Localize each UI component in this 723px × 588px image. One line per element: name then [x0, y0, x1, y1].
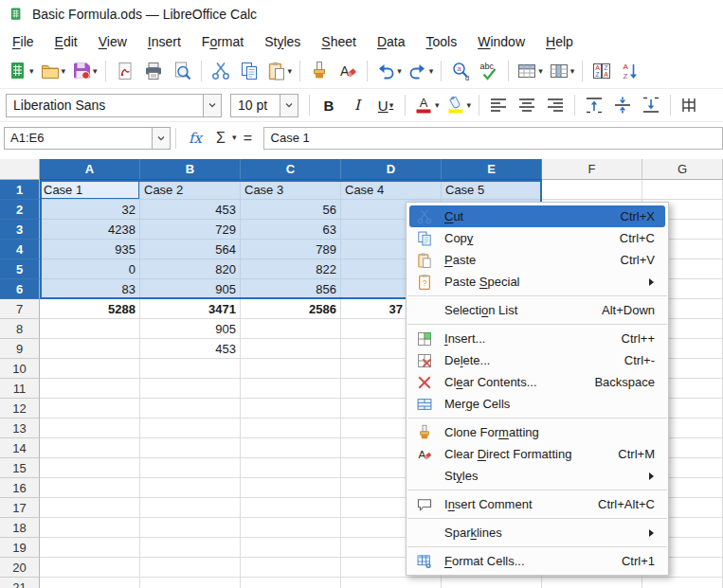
cell-b6[interactable]: 905 [140, 279, 241, 299]
dropdown-arrow-icon[interactable]: ▾ [93, 67, 98, 76]
column-header-e[interactable]: E [442, 159, 542, 180]
cell-a4[interactable]: 935 [40, 240, 140, 259]
cell-b12[interactable] [140, 399, 241, 419]
cell-a8[interactable] [40, 319, 140, 339]
valign-center-button[interactable] [609, 92, 636, 118]
cell-a12[interactable] [40, 399, 140, 419]
row-header-9[interactable]: 9 [0, 339, 40, 359]
select-all-corner[interactable] [0, 159, 40, 180]
menuitem-paste-special[interactable]: ?Paste Special [407, 271, 668, 293]
cell-b1[interactable]: Case 2 [140, 180, 241, 200]
cell-a17[interactable] [40, 498, 140, 518]
cell-a7[interactable]: 5288 [40, 299, 140, 319]
cell-a6[interactable]: 83 [40, 279, 140, 299]
cell-c8[interactable] [241, 319, 341, 339]
cell-c16[interactable] [241, 478, 341, 498]
row-header-3[interactable]: 3 [0, 220, 40, 240]
formula-button[interactable]: = [238, 125, 259, 151]
cell-c18[interactable] [241, 518, 341, 538]
clear-formatting-button[interactable]: A [334, 58, 361, 84]
row-header-6[interactable]: 6 [0, 279, 40, 299]
font-color-button[interactable]: A▾ [411, 92, 442, 118]
insert-column-button[interactable]: ▾ [547, 58, 577, 84]
font-size-dropdown-icon[interactable] [280, 95, 298, 116]
cell-b11[interactable] [140, 379, 241, 399]
menuitem-copy[interactable]: CopyCtrl+C [407, 227, 668, 249]
cell-b18[interactable] [140, 518, 241, 538]
cell-c12[interactable] [241, 399, 341, 419]
dropdown-arrow-icon[interactable]: ▾ [29, 67, 34, 76]
cell-d21[interactable] [341, 578, 442, 588]
align-center-button[interactable] [514, 92, 540, 118]
row-header-17[interactable]: 17 [0, 498, 40, 518]
print-button[interactable] [140, 58, 167, 84]
font-size-combo[interactable]: 10 pt [230, 94, 298, 117]
menuitem-clear-contents[interactable]: Clear Contents...Backspace [407, 371, 668, 393]
cell-b21[interactable] [140, 578, 241, 588]
dropdown-arrow-icon[interactable]: ▾ [288, 67, 293, 76]
column-header-a[interactable]: A [40, 159, 140, 180]
select-function-dropdown-icon[interactable]: ▾ [232, 134, 237, 142]
row-header-15[interactable]: 15 [0, 458, 40, 478]
cell-a2[interactable]: 32 [40, 200, 140, 220]
cell-b3[interactable]: 729 [140, 220, 241, 240]
print-preview-button[interactable] [169, 58, 195, 84]
menuitem-cut[interactable]: CutCtrl+X [409, 205, 665, 227]
menuitem-delete[interactable]: Delete...Ctrl+- [407, 349, 668, 371]
paste-button[interactable]: ▾ [264, 58, 295, 84]
menuitem-insert[interactable]: Insert...Ctrl++ [407, 328, 668, 349]
valign-top-button[interactable] [581, 92, 607, 118]
insert-row-button[interactable]: ▾ [515, 58, 545, 84]
sort-button[interactable]: AZZA [588, 58, 615, 84]
underline-button[interactable]: U▾ [372, 92, 399, 118]
cell-e1[interactable]: Case 5 [442, 180, 542, 200]
dropdown-arrow-icon[interactable]: ▾ [429, 67, 434, 76]
dropdown-arrow-icon[interactable]: ▾ [435, 101, 440, 110]
redo-button[interactable]: ▾ [406, 58, 436, 84]
cell-c10[interactable] [241, 359, 341, 379]
cell-c9[interactable] [241, 339, 341, 359]
row-header-14[interactable]: 14 [0, 438, 40, 458]
copy-button[interactable] [236, 58, 262, 84]
cell-b16[interactable] [140, 478, 241, 498]
row-header-10[interactable]: 10 [0, 359, 40, 379]
row-header-8[interactable]: 8 [0, 319, 40, 339]
italic-button[interactable]: I [344, 92, 371, 118]
cell-a20[interactable] [40, 558, 140, 578]
cell-a16[interactable] [40, 478, 140, 498]
menu-format[interactable]: Format [191, 30, 254, 53]
save-button[interactable]: ▾ [69, 58, 99, 84]
function-wizard-button[interactable]: fx [182, 125, 208, 151]
cell-c19[interactable] [241, 538, 341, 558]
highlight-color-button[interactable]: ▾ [443, 92, 474, 118]
row-header-7[interactable]: 7 [0, 299, 40, 319]
find-replace-button[interactable]: ad [447, 58, 474, 84]
cell-c3[interactable]: 63 [241, 220, 341, 240]
align-left-button[interactable] [485, 92, 512, 118]
menuitem-paste[interactable]: PasteCtrl+V [407, 249, 668, 271]
cell-c6[interactable]: 856 [241, 279, 341, 299]
dropdown-arrow-icon[interactable]: ▾ [570, 67, 575, 76]
cell-a21[interactable] [40, 578, 140, 588]
menuitem-clear-direct-formatting[interactable]: AClear Direct FormattingCtrl+M [407, 443, 668, 465]
dropdown-arrow-icon[interactable]: ▾ [538, 67, 543, 76]
menu-file[interactable]: File [2, 30, 45, 53]
cell-a15[interactable] [40, 458, 140, 478]
cell-a5[interactable]: 0 [40, 259, 140, 279]
valign-bottom-button[interactable] [638, 92, 664, 118]
column-header-d[interactable]: D [341, 159, 442, 180]
name-box-dropdown-icon[interactable] [152, 128, 170, 149]
cell-c20[interactable] [241, 558, 341, 578]
cell-c13[interactable] [241, 419, 341, 438]
menu-edit[interactable]: Edit [45, 30, 88, 53]
name-box-value[interactable]: A1:E6 [5, 131, 152, 145]
cell-b15[interactable] [140, 458, 241, 478]
column-header-f[interactable]: F [542, 159, 642, 180]
select-function-button[interactable]: Σ [210, 125, 231, 151]
menuitem-selection-list[interactable]: Selection ListAlt+Down [407, 299, 668, 321]
menu-insert[interactable]: Insert [137, 30, 191, 53]
row-header-1[interactable]: 1 [0, 180, 40, 200]
cell-d1[interactable]: Case 4 [341, 180, 442, 200]
menu-help[interactable]: Help [535, 30, 584, 53]
cell-b10[interactable] [140, 359, 241, 379]
